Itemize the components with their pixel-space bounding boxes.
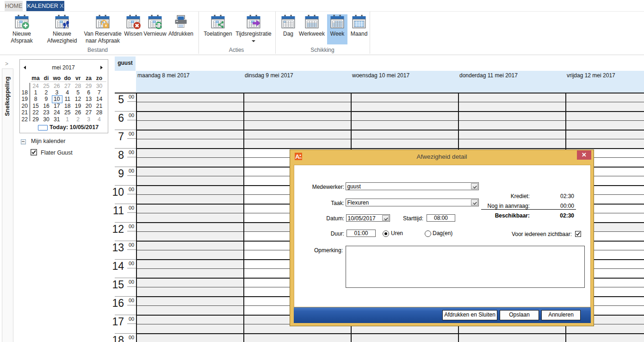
svg-text:is: is: [299, 156, 302, 159]
